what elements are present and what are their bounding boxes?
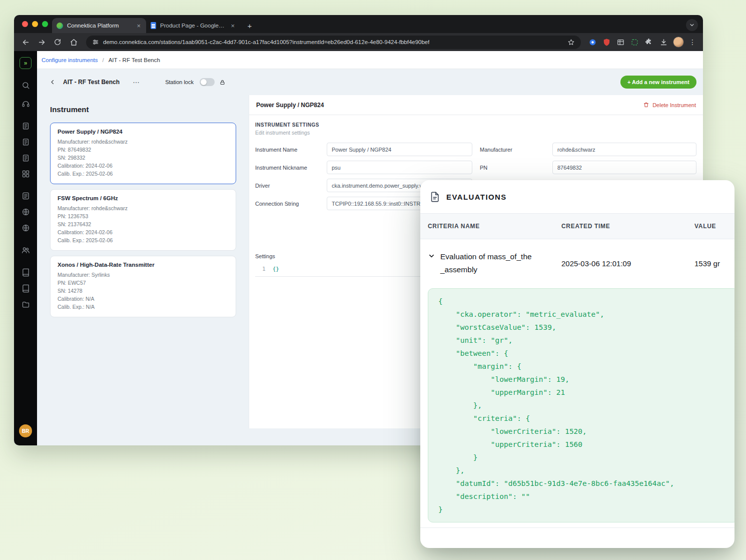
manufacturer-field[interactable]: [552, 143, 696, 156]
expand-sidebar-button[interactable]: »: [20, 57, 32, 69]
chevron-down-icon: [689, 22, 695, 28]
settings-code-editor[interactable]: 1 {}: [255, 264, 420, 277]
editor-line-number: 1: [262, 266, 266, 272]
editor-code: {}: [273, 266, 279, 272]
column-header: CREATED TIME: [561, 223, 694, 230]
zoom-window-button[interactable]: [42, 21, 48, 27]
clipboard-check-icon[interactable]: [22, 154, 30, 162]
address-bar[interactable]: demo.connektica.com/stations/1aab9051-c2…: [86, 36, 581, 49]
minimize-window-button[interactable]: [32, 21, 38, 27]
home-button[interactable]: [67, 36, 80, 49]
bookmark-star-icon[interactable]: [567, 39, 575, 46]
back-chevron-button[interactable]: [49, 79, 56, 86]
section-title: INSTRUMENT SETTINGS: [255, 122, 696, 128]
test-plan-icon[interactable]: [22, 122, 30, 130]
extension-shield-icon[interactable]: [601, 37, 612, 48]
globe-icon[interactable]: [22, 208, 30, 216]
instrument-card-xonos[interactable]: Xonos / High-Data-Rate Transmitter Manuf…: [50, 256, 236, 317]
download-button[interactable]: [657, 36, 670, 49]
instrument-list-heading: Instrument: [50, 105, 237, 114]
card-line: Calibration: N/A: [58, 295, 229, 303]
new-tab-button[interactable]: +: [243, 19, 256, 32]
library-book-icon[interactable]: [22, 284, 30, 293]
card-line: Manufacturer: rohde&schwarz: [58, 204, 229, 212]
tab-search-button[interactable]: [686, 19, 698, 31]
user-avatar[interactable]: BR: [19, 424, 32, 437]
close-window-button[interactable]: [22, 21, 28, 27]
back-button[interactable]: [19, 36, 32, 49]
breadcrumb-separator: /: [103, 57, 104, 63]
instrument-card-fsw-spectrum[interactable]: FSW Spectrum / 6GHz Manufacturer: rohde&…: [50, 189, 236, 251]
tab-title: Product Page - Google Docs: [160, 23, 226, 29]
delete-instrument-label: Delete Instrument: [652, 102, 696, 108]
close-tab-icon[interactable]: ×: [136, 22, 142, 30]
browser-menu-button[interactable]: ⋮: [687, 38, 698, 46]
breadcrumb-link-configure-instruments[interactable]: Configure instruments: [42, 57, 98, 63]
tab-connektica[interactable]: Connektica Platform ×: [52, 18, 146, 33]
card-line: Calibration: 2024-02-06: [58, 162, 229, 170]
tab-strip: Connektica Platform × Product Page - Goo…: [14, 15, 703, 33]
extensions-puzzle-icon[interactable]: [643, 37, 654, 48]
tab-google-docs[interactable]: Product Page - Google Docs ×: [146, 18, 240, 33]
reload-button[interactable]: [51, 36, 64, 49]
evaluations-table-header: CRITERIA NAME CREATED TIME VALUE: [420, 213, 734, 239]
add-instrument-button[interactable]: + Add a new instrument: [620, 76, 696, 89]
field-label: Instrument Name: [255, 147, 327, 153]
extension-green-frame-icon[interactable]: [629, 37, 640, 48]
app-sidebar: » BR: [14, 51, 37, 445]
instrument-name-field[interactable]: [327, 143, 472, 156]
field-label: Instrument Nickname: [255, 165, 327, 171]
forward-button[interactable]: [35, 36, 48, 49]
station-lock-toggle[interactable]: [200, 78, 215, 86]
column-header: CRITERIA NAME: [428, 223, 561, 230]
card-line: SN: 21376432: [58, 220, 229, 228]
profile-avatar[interactable]: [673, 37, 684, 48]
document-icon: [429, 191, 440, 202]
window-controls: [19, 15, 52, 33]
card-line: Calib. Exp.: 2025-02-06: [58, 236, 229, 244]
google-docs-favicon-icon: [151, 22, 156, 29]
instrument-nickname-field[interactable]: [327, 161, 472, 174]
folder-icon[interactable]: [22, 300, 30, 309]
station-lock-label: Station lock: [165, 79, 194, 85]
search-icon[interactable]: [22, 81, 30, 90]
close-tab-icon[interactable]: ×: [230, 22, 236, 30]
sequence-list-icon[interactable]: [22, 192, 30, 200]
collapse-row-icon[interactable]: [428, 252, 435, 260]
instrument-list-panel: Instrument Power Supply / NGP824 Manufac…: [37, 95, 249, 445]
breadcrumb: Configure instruments / AIT - RF Test Be…: [37, 51, 703, 69]
evaluation-value: 1539 gr: [694, 259, 734, 268]
evaluation-created-time: 2025-03-06 12:01:09: [561, 259, 694, 268]
card-line: Manufacturer: rohde&schwarz: [58, 138, 229, 146]
breadcrumb-current: AIT - RF Test Bench: [109, 57, 160, 63]
field-label: PN: [472, 165, 552, 171]
card-line: SN: 298332: [58, 154, 229, 162]
section-subtitle: Edit instrument settings: [255, 130, 696, 136]
connektica-favicon-icon: [57, 23, 63, 29]
docs-book-icon[interactable]: [22, 268, 30, 277]
url-text: demo.connektica.com/stations/1aab9051-c2…: [103, 39, 429, 45]
globe-alt-icon[interactable]: [22, 224, 30, 232]
evaluation-row[interactable]: Evaluation of mass_of_the _assembly 2025…: [420, 239, 734, 287]
delete-instrument-button[interactable]: Delete Instrument: [643, 102, 696, 108]
card-title: Xonos / High-Data-Rate Transmitter: [58, 262, 229, 268]
extension-table-icon[interactable]: [615, 37, 626, 48]
evaluations-footer: [420, 527, 734, 546]
site-settings-icon: [92, 39, 99, 46]
pn-field[interactable]: [552, 161, 696, 174]
card-line: PN: 87649832: [58, 146, 229, 154]
station-title: AIT - RF Test Bench: [63, 79, 120, 86]
instrument-card-power-supply[interactable]: Power Supply / NGP824 Manufacturer: rohd…: [50, 123, 236, 184]
clipboard-icon[interactable]: [22, 138, 30, 146]
extension-blue-icon[interactable]: [587, 37, 598, 48]
card-title: Power Supply / NGP824: [58, 129, 229, 135]
column-header: VALUE: [694, 223, 734, 230]
field-label: Manufacturer: [472, 147, 552, 153]
station-more-button[interactable]: ⋯: [133, 78, 140, 86]
support-headset-icon[interactable]: [22, 100, 30, 108]
apps-grid-icon[interactable]: [22, 170, 30, 178]
page-toolbar: AIT - RF Test Bench ⋯ Station lock + Add…: [37, 69, 703, 95]
users-icon[interactable]: [21, 246, 30, 255]
field-label: Driver: [255, 183, 327, 189]
card-line: PN: EWC57: [58, 279, 229, 287]
